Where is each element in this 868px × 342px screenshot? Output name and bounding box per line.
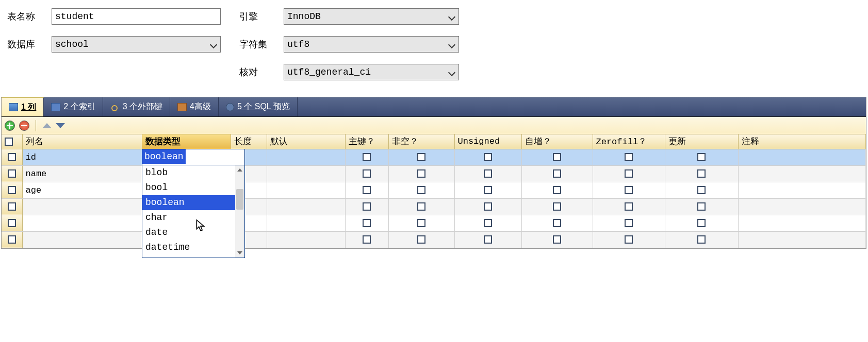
cell-comment[interactable]	[738, 149, 866, 165]
datatype-option[interactable]: bool	[142, 180, 244, 195]
cell-unsigned[interactable]	[454, 149, 521, 165]
datatype-option[interactable]: char	[142, 210, 244, 225]
tab-indexes[interactable]: 2 个索引	[44, 97, 103, 116]
cell-pk[interactable]	[345, 231, 388, 248]
cell-unsigned[interactable]	[454, 198, 521, 215]
cell-comment[interactable]	[738, 165, 866, 182]
cell-update[interactable]	[665, 198, 738, 215]
cell-default[interactable]	[267, 215, 345, 231]
delete-row-button[interactable]	[19, 121, 29, 131]
cell-comment[interactable]	[738, 231, 866, 248]
cell-comment[interactable]	[738, 182, 866, 198]
cell-default[interactable]	[267, 198, 345, 215]
cell-zf[interactable]	[593, 149, 665, 165]
cell-comment[interactable]	[738, 198, 866, 215]
row-select-cell[interactable]	[2, 182, 22, 198]
cell-ai[interactable]	[521, 182, 593, 198]
cell-zf[interactable]	[593, 231, 665, 248]
cell-nn[interactable]	[388, 231, 454, 248]
cell-pk[interactable]	[345, 198, 388, 215]
header-datatype[interactable]: 数据类型	[142, 134, 231, 149]
cell-default[interactable]	[267, 149, 345, 165]
scroll-down-button[interactable]	[235, 248, 244, 258]
header-zerofill[interactable]: Zerofill？	[593, 134, 665, 149]
cell-zf[interactable]	[593, 198, 665, 215]
cell-unsigned[interactable]	[454, 182, 521, 198]
cell-ai[interactable]	[521, 165, 593, 182]
tab-columns[interactable]: 1 列	[2, 97, 44, 116]
datatype-option[interactable]: blob	[142, 165, 244, 180]
cell-ai[interactable]	[521, 215, 593, 231]
cell-column-name[interactable]	[22, 215, 142, 231]
cell-update[interactable]	[665, 165, 738, 182]
select-collation[interactable]: utf8_general_ci	[284, 64, 459, 80]
datatype-cell-editor[interactable]: boolean	[142, 149, 245, 165]
dropdown-scrollbar[interactable]	[235, 165, 244, 258]
cell-ai[interactable]	[521, 198, 593, 215]
cell-zf[interactable]	[593, 182, 665, 198]
header-length[interactable]: 长度	[231, 134, 267, 149]
datatype-option[interactable]: date	[142, 225, 244, 240]
cell-nn[interactable]	[388, 182, 454, 198]
cell-ai[interactable]	[521, 149, 593, 165]
table-row[interactable]	[2, 231, 866, 248]
header-not-null[interactable]: 非空？	[388, 134, 454, 149]
cell-ai[interactable]	[521, 231, 593, 248]
cell-update[interactable]	[665, 182, 738, 198]
table-row[interactable]: id	[2, 149, 866, 165]
row-select-cell[interactable]	[2, 198, 22, 215]
table-row[interactable]: age	[2, 182, 866, 198]
cell-pk[interactable]	[345, 165, 388, 182]
input-table-name[interactable]	[52, 8, 221, 25]
row-select-cell[interactable]	[2, 149, 22, 165]
cell-update[interactable]	[665, 215, 738, 231]
cell-column-name[interactable]: age	[22, 182, 142, 198]
header-auto-incr[interactable]: 自增？	[521, 134, 593, 149]
cell-unsigned[interactable]	[454, 215, 521, 231]
cell-unsigned[interactable]	[454, 165, 521, 182]
add-row-button[interactable]	[5, 121, 15, 131]
move-up-button[interactable]	[42, 123, 52, 128]
tab-sql-preview[interactable]: 5 个 SQL 预览	[219, 97, 298, 116]
table-row[interactable]	[2, 215, 866, 231]
datatype-option[interactable]: boolean	[142, 195, 244, 210]
header-comment[interactable]: 注释	[738, 134, 866, 149]
row-select-cell[interactable]	[2, 215, 22, 231]
cell-nn[interactable]	[388, 215, 454, 231]
cell-update[interactable]	[665, 231, 738, 248]
cell-pk[interactable]	[345, 182, 388, 198]
cell-pk[interactable]	[345, 215, 388, 231]
datatype-dropdown[interactable]: blobboolbooleanchardatedatetimedecimal	[142, 165, 245, 258]
cell-zf[interactable]	[593, 215, 665, 231]
cell-column-name[interactable]	[22, 198, 142, 215]
header-column-name[interactable]: 列名	[22, 134, 142, 149]
cell-column-name[interactable]: id	[22, 149, 142, 165]
cell-default[interactable]	[267, 165, 345, 182]
cell-column-name[interactable]: name	[22, 165, 142, 182]
cell-pk[interactable]	[345, 149, 388, 165]
header-primary-key[interactable]: 主键？	[345, 134, 388, 149]
cell-nn[interactable]	[388, 165, 454, 182]
tab-foreign-keys[interactable]: 3 个外部键	[103, 97, 170, 116]
move-down-button[interactable]	[56, 123, 65, 128]
header-select-all[interactable]	[2, 134, 22, 149]
cell-comment[interactable]	[738, 215, 866, 231]
scroll-thumb[interactable]	[236, 189, 243, 210]
select-engine[interactable]: InnoDB	[284, 8, 459, 25]
cell-nn[interactable]	[388, 149, 454, 165]
select-database[interactable]: school	[52, 36, 221, 53]
header-update[interactable]: 更新	[665, 134, 738, 149]
datatype-option[interactable]: decimal	[142, 255, 244, 258]
cell-nn[interactable]	[388, 198, 454, 215]
select-charset[interactable]: utf8	[284, 36, 459, 53]
cell-column-name[interactable]	[22, 231, 142, 248]
tab-advanced[interactable]: 4高级	[170, 97, 219, 116]
row-select-cell[interactable]	[2, 165, 22, 182]
cell-default[interactable]	[267, 182, 345, 198]
cell-zf[interactable]	[593, 165, 665, 182]
header-unsigned[interactable]: Unsigned	[454, 134, 521, 149]
cell-update[interactable]	[665, 149, 738, 165]
table-row[interactable]: name	[2, 165, 866, 182]
header-default[interactable]: 默认	[267, 134, 345, 149]
row-select-cell[interactable]	[2, 231, 22, 248]
